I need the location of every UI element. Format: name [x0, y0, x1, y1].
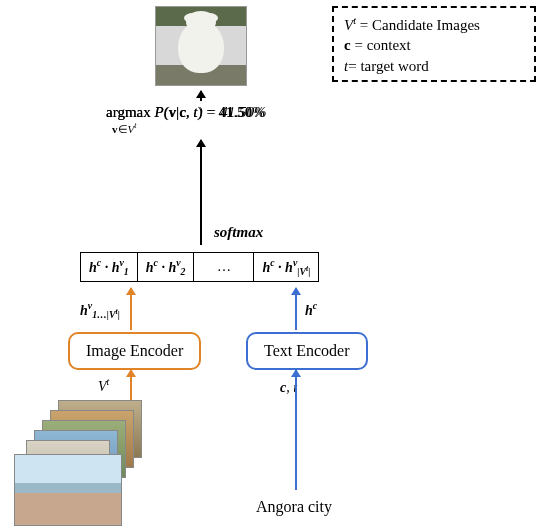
- legend-box: Vt = Candidate Images c = context t= tar…: [332, 6, 536, 82]
- arrow-image-enc-out: [130, 288, 132, 330]
- cell-1: hc · hv1: [81, 253, 138, 281]
- cell-2: hc · hv2: [138, 253, 195, 281]
- text-encoder-label: Text Encoder: [264, 342, 350, 359]
- image-encoder-box: Image Encoder: [68, 332, 201, 370]
- argmax-subscript: v∈Vt: [112, 120, 136, 137]
- candidate-image-stack: [14, 400, 124, 495]
- text-encoder-box: Text Encoder: [246, 332, 368, 370]
- arrow-text-in: [295, 370, 297, 490]
- Vt-label: Vt: [98, 376, 109, 395]
- cell-last: hc · hv|Vt|: [254, 253, 318, 281]
- image-encoder-label: Image Encoder: [86, 342, 183, 359]
- legend-line-1: Vt = Candidate Images: [344, 14, 524, 35]
- cell-ellipsis: …: [194, 253, 254, 281]
- arrow-text-enc-out: [295, 288, 297, 330]
- softmax-label: softmax: [214, 224, 263, 241]
- argmax-equation-full: argmax P(v|c, t) = 41.50%: [106, 104, 265, 121]
- arrow-argmax-to-image: [200, 91, 202, 101]
- arrow-softmax-to-argmax: [200, 140, 202, 245]
- legend-line-3: t= target word: [344, 56, 524, 76]
- input-text: Angora city: [256, 498, 332, 516]
- thumb-front: [14, 454, 122, 526]
- dot-product-row: hc · hv1 hc · hv2 … hc · hv|Vt|: [80, 252, 319, 282]
- arrow-images-in: [130, 370, 132, 404]
- output-image: [155, 6, 247, 86]
- hc-label: hc: [305, 300, 317, 319]
- hv-label: hv1…|Vt|: [80, 300, 120, 320]
- legend-line-2: c = context: [344, 35, 524, 55]
